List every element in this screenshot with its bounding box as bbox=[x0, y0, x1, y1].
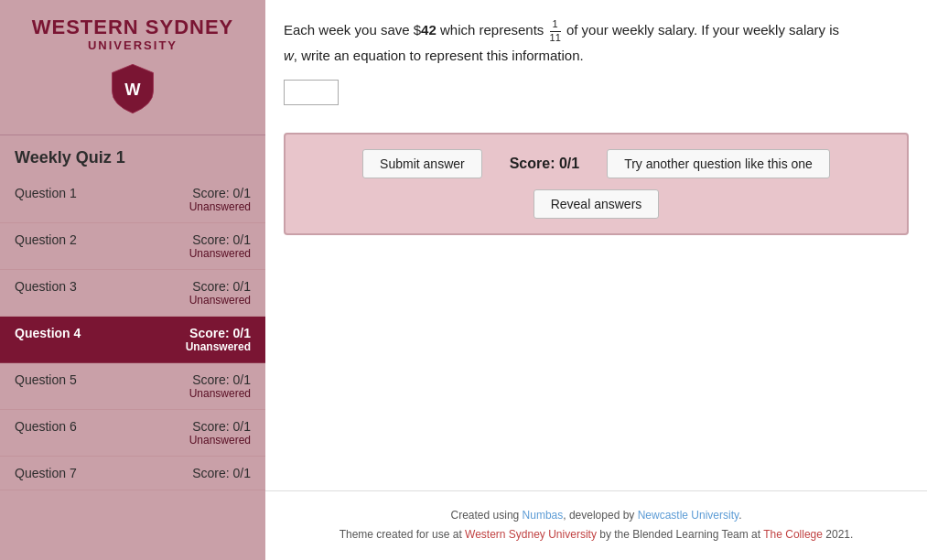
question-status: Unanswered bbox=[189, 200, 251, 213]
question-score: Score: 0/1 bbox=[189, 372, 251, 387]
svg-text:W: W bbox=[124, 81, 141, 100]
university-name-line2: UNIVERSITY bbox=[9, 38, 256, 52]
try-another-button[interactable]: Try another question like this one bbox=[607, 149, 830, 178]
question-label: Question 1 bbox=[15, 186, 77, 200]
submit-answer-button[interactable]: Submit answer bbox=[362, 149, 482, 178]
question-score: Score: 0/1 bbox=[192, 466, 251, 480]
answer-input[interactable] bbox=[284, 80, 339, 105]
question-label: Question 7 bbox=[15, 466, 77, 480]
footer-line2: Theme created for use at Western Sydney … bbox=[284, 525, 909, 545]
shield-icon: W bbox=[110, 61, 156, 116]
sidebar-item-question-6[interactable]: Question 6 Score: 0/1 Unanswered bbox=[0, 410, 265, 457]
sidebar-header: WESTERN SYDNEY UNIVERSITY W bbox=[0, 0, 265, 135]
action-panel: Submit answer Score: 0/1 Try another que… bbox=[284, 133, 909, 235]
sidebar-item-question-1[interactable]: Question 1 Score: 0/1 Unanswered bbox=[0, 177, 265, 223]
question-area: Each week you save $42 which represents … bbox=[265, 0, 927, 133]
question-label: Question 6 bbox=[15, 419, 77, 434]
sidebar-item-question-4[interactable]: Question 4 Score: 0/1 Unanswered bbox=[0, 317, 265, 363]
fraction: 1 11 bbox=[550, 18, 561, 43]
question-status: Unanswered bbox=[189, 247, 251, 260]
question-status: Unanswered bbox=[189, 434, 251, 447]
question-status: Unanswered bbox=[186, 340, 251, 353]
question-status: Unanswered bbox=[189, 387, 251, 400]
question-score: Score: 0/1 bbox=[189, 279, 251, 294]
wsu-link[interactable]: Western Sydney University bbox=[465, 528, 597, 541]
main-content: Each week you save $42 which represents … bbox=[265, 0, 927, 560]
score-display: Score: 0/1 bbox=[510, 156, 579, 172]
university-name-line1: WESTERN SYDNEY bbox=[9, 16, 256, 38]
question-label: Question 5 bbox=[15, 372, 77, 387]
question-label: Question 3 bbox=[15, 279, 77, 294]
question-list: Question 1 Score: 0/1 Unanswered Questio… bbox=[0, 177, 265, 490]
sidebar-item-question-2[interactable]: Question 2 Score: 0/1 Unanswered bbox=[0, 223, 265, 270]
quiz-title: Weekly Quiz 1 bbox=[0, 135, 265, 177]
question-label: Question 2 bbox=[15, 232, 77, 247]
action-row-top: Submit answer Score: 0/1 Try another que… bbox=[300, 149, 892, 178]
sidebar-item-question-3[interactable]: Question 3 Score: 0/1 Unanswered bbox=[0, 270, 265, 317]
question-status: Unanswered bbox=[189, 294, 251, 307]
question-score: Score: 0/1 bbox=[189, 186, 251, 200]
question-amount: 42 bbox=[421, 22, 437, 38]
question-text-part4: , write an equation to represent this in… bbox=[294, 48, 584, 63]
question-score: Score: 0/1 bbox=[189, 232, 251, 247]
question-text: Each week you save $42 which represents … bbox=[284, 18, 900, 67]
question-label: Question 4 bbox=[15, 326, 81, 340]
question-text-part2: which represents bbox=[440, 22, 548, 38]
question-text-part1: Each week you save $ bbox=[284, 22, 421, 38]
footer-line1: Created using Numbas, developed by Newca… bbox=[284, 506, 909, 526]
question-var: w bbox=[284, 48, 294, 63]
action-row-bottom: Reveal answers bbox=[300, 189, 892, 219]
question-text-part3: of your weekly salary. If your weekly sa… bbox=[566, 22, 839, 38]
question-score: Score: 0/1 bbox=[186, 326, 251, 340]
sidebar-item-question-7[interactable]: Question 7 Score: 0/1 bbox=[0, 457, 265, 490]
college-link[interactable]: The College bbox=[763, 528, 823, 541]
numbas-link[interactable]: Numbas bbox=[523, 509, 564, 522]
fraction-denominator: 11 bbox=[550, 32, 561, 44]
sidebar-item-question-5[interactable]: Question 5 Score: 0/1 Unanswered bbox=[0, 363, 265, 410]
sidebar: WESTERN SYDNEY UNIVERSITY W Weekly Quiz … bbox=[0, 0, 265, 560]
question-score: Score: 0/1 bbox=[189, 419, 251, 434]
footer: Created using Numbas, developed by Newca… bbox=[265, 490, 927, 560]
reveal-answers-button[interactable]: Reveal answers bbox=[534, 189, 660, 219]
fraction-numerator: 1 bbox=[550, 18, 561, 31]
newcastle-link[interactable]: Newcastle University bbox=[638, 509, 738, 522]
